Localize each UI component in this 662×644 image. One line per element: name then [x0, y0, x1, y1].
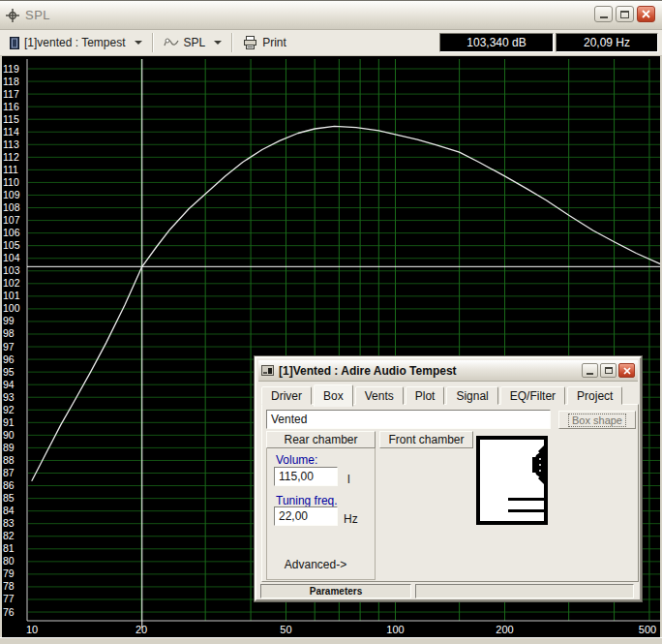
- tuning-freq-input[interactable]: [274, 506, 338, 526]
- window-edge: [0, 56, 2, 637]
- rear-chamber-button[interactable]: Rear chamber: [266, 431, 376, 448]
- project-selector[interactable]: [1]vented : Tempest: [4, 32, 148, 53]
- tab-driver[interactable]: Driver: [261, 386, 312, 405]
- maximize-icon: [605, 367, 613, 374]
- graph-type-label: SPL: [184, 36, 206, 49]
- tab-plot[interactable]: Plot: [406, 386, 445, 405]
- svg-text:84: 84: [3, 505, 15, 516]
- window-titlebar[interactable]: SPL: [0, 1, 662, 30]
- minimize-button[interactable]: [594, 6, 613, 22]
- close-icon: [623, 367, 631, 375]
- chevron-down-icon: [135, 41, 142, 45]
- front-chamber-button[interactable]: Front chamber: [379, 431, 473, 448]
- statusbar-parameters[interactable]: Parameters: [260, 584, 411, 598]
- maximize-icon: [620, 11, 629, 18]
- svg-text:89: 89: [3, 442, 15, 453]
- svg-text:110: 110: [3, 176, 19, 188]
- project-selector-label: [1]vented : Tempest: [24, 36, 126, 49]
- svg-text:92: 92: [3, 404, 15, 415]
- statusbar-empty: [415, 584, 634, 598]
- chevron-down-icon: [214, 41, 222, 45]
- svg-text:85: 85: [3, 492, 15, 504]
- svg-text:113: 113: [3, 138, 19, 150]
- svg-text:108: 108: [3, 201, 20, 213]
- box-type-field: Vented: [266, 410, 551, 429]
- tab-vents[interactable]: Vents: [355, 386, 404, 405]
- tab-signal[interactable]: Signal: [446, 386, 497, 405]
- svg-text:107: 107: [3, 214, 20, 226]
- svg-text:97: 97: [3, 341, 15, 353]
- advanced-button[interactable]: Advanced->: [278, 556, 353, 572]
- tab-eq-filter[interactable]: EQ/Filter: [500, 386, 565, 405]
- toolbar: [1]vented : Tempest SPL Print 103,340 dB: [0, 30, 662, 56]
- minimize-icon: [587, 373, 593, 375]
- toolbar-separator: [152, 33, 154, 52]
- volume-input[interactable]: [274, 467, 338, 486]
- window-bottom-edge: [0, 637, 662, 644]
- dialog-statusbar: Parameters: [258, 584, 638, 599]
- box-tab-pane: Vented Box shape Rear chamber Front cham…: [261, 404, 639, 582]
- minimize-icon: [600, 16, 608, 18]
- dialog-minimize-button[interactable]: [582, 363, 598, 378]
- project-icon: [10, 37, 19, 49]
- svg-text:86: 86: [3, 479, 15, 491]
- svg-text:118: 118: [3, 76, 19, 87]
- svg-text:50: 50: [280, 624, 291, 635]
- svg-text:87: 87: [3, 467, 15, 478]
- svg-text:98: 98: [3, 327, 15, 339]
- dialog-titlebar[interactable]: [1]Vented : Adire Audio Tempest: [258, 360, 638, 382]
- printer-icon: [243, 36, 257, 49]
- svg-text:100: 100: [386, 624, 404, 635]
- svg-text:109: 109: [3, 189, 20, 200]
- toolbar-separator: [231, 33, 233, 52]
- box-shape-button[interactable]: Box shape: [558, 411, 636, 429]
- dialog-icon: [261, 364, 274, 377]
- dialog-close-button[interactable]: [618, 363, 635, 378]
- tab-project[interactable]: Project: [567, 386, 622, 405]
- tuning-freq-label: Tuning freq.: [276, 494, 338, 507]
- svg-text:200: 200: [496, 624, 513, 635]
- svg-text:83: 83: [3, 517, 15, 529]
- print-label: Print: [262, 36, 286, 49]
- graph-type-selector[interactable]: SPL: [158, 32, 228, 53]
- maximize-button[interactable]: [616, 6, 634, 22]
- svg-text:94: 94: [3, 379, 15, 390]
- svg-text:79: 79: [3, 567, 15, 579]
- dialog-tabs: Driver Box Vents Plot Signal EQ/Filter P…: [261, 384, 624, 405]
- volume-unit: l: [347, 473, 350, 486]
- svg-text:115: 115: [3, 113, 19, 125]
- svg-text:81: 81: [3, 542, 15, 554]
- svg-text:117: 117: [3, 88, 19, 100]
- svg-text:82: 82: [3, 530, 15, 541]
- svg-text:102: 102: [3, 277, 20, 289]
- svg-text:95: 95: [3, 366, 15, 378]
- box-parameters-dialog: [1]Vented : Adire Audio Tempest Driver B…: [255, 356, 642, 601]
- svg-text:106: 106: [3, 227, 20, 238]
- print-button[interactable]: Print: [237, 32, 292, 53]
- volume-label: Volume:: [276, 453, 317, 467]
- svg-text:20: 20: [135, 624, 147, 635]
- svg-text:76: 76: [3, 606, 15, 618]
- window-title: SPL: [25, 8, 50, 22]
- spl-plot-window: SPL [1]vented : Tempest: [0, 0, 662, 644]
- svg-text:78: 78: [3, 580, 15, 592]
- dialog-title: [1]Vented : Adire Audio Tempest: [279, 364, 457, 378]
- svg-text:101: 101: [3, 290, 20, 301]
- svg-text:100: 100: [3, 302, 20, 314]
- svg-text:500: 500: [639, 624, 656, 635]
- svg-text:96: 96: [3, 353, 15, 365]
- crosshair-plot-icon: [6, 9, 19, 22]
- spl-curve-icon: [164, 37, 179, 48]
- spl-readout: 103,340 dB: [439, 33, 554, 52]
- svg-text:112: 112: [3, 151, 19, 163]
- svg-text:99: 99: [3, 315, 15, 326]
- box-shape-button-label: Box shape: [568, 414, 626, 427]
- dialog-maximize-button[interactable]: [600, 363, 617, 378]
- svg-text:114: 114: [3, 126, 19, 138]
- svg-text:119: 119: [3, 63, 19, 75]
- close-button[interactable]: [637, 6, 655, 22]
- svg-text:116: 116: [3, 101, 19, 112]
- svg-text:88: 88: [3, 454, 15, 466]
- svg-text:103: 103: [3, 264, 20, 276]
- tab-box[interactable]: Box: [314, 384, 353, 407]
